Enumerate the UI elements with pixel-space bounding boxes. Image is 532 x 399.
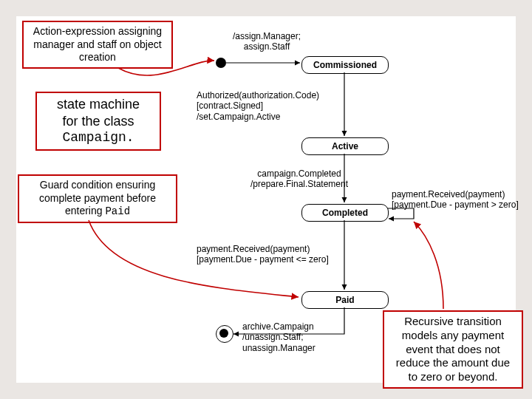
callout-action-expression: Action-expression assigning manager and …	[22, 21, 173, 69]
state-completed: Completed	[301, 204, 389, 222]
state-active: Active	[301, 137, 389, 155]
callout-guard-condition: Guard condition ensuring complete paymen…	[18, 174, 177, 223]
state-label: Paid	[335, 295, 354, 305]
state-label: Active	[332, 141, 358, 151]
label-payment-exit: payment.Received(payment) [payment.Due -…	[197, 244, 352, 265]
callout-code: Campaign.	[43, 129, 154, 146]
label-text: /assign.Manager; assign.Staff	[233, 31, 301, 52]
label-archive: archive.Campaign /unassign.Staff; unassi…	[242, 321, 338, 353]
callout-line: entering	[65, 205, 105, 216]
label-payment-loop: payment.Received(payment) [payment.Due -…	[392, 189, 525, 211]
final-state-icon	[216, 325, 233, 343]
state-paid: Paid	[301, 291, 389, 309]
callout-text: Recursive transition models any payment …	[396, 315, 510, 383]
state-label: Completed	[322, 208, 368, 218]
state-commissioned: Commissioned	[301, 56, 389, 74]
label-authorized: Authorized(authorization.Code) [contract…	[197, 90, 352, 122]
callout-recursive: Recursive transition models any payment …	[383, 310, 523, 389]
callout-line: state machine	[43, 96, 154, 113]
callout-state-machine: state machine for the class Campaign.	[35, 92, 161, 151]
callout-code: Paid	[105, 205, 130, 217]
label-text: Authorized(authorization.Code) [contract…	[197, 90, 319, 122]
callout-line: complete payment before	[25, 192, 170, 205]
label-text: campaign.Completed /prepare.Final.Statem…	[250, 168, 348, 189]
state-label: Commissioned	[313, 60, 377, 70]
label-campaign-completed: campaign.Completed /prepare.Final.Statem…	[229, 168, 369, 190]
label-entry: /assign.Manager; assign.Staff	[226, 31, 307, 52]
label-text: payment.Received(payment) [payment.Due -…	[392, 189, 519, 210]
callout-line: Guard condition ensuring	[25, 179, 170, 192]
label-text: payment.Received(payment) [payment.Due -…	[197, 244, 329, 265]
initial-pseudostate-icon	[216, 58, 226, 68]
final-state-inner-icon	[219, 329, 228, 338]
callout-text: Action-expression assigning manager and …	[33, 25, 162, 63]
callout-line: for the class	[43, 113, 154, 130]
slide-background: Action-expression assigning manager and …	[0, 0, 532, 399]
label-text: archive.Campaign /unassign.Staff; unassi…	[242, 321, 316, 353]
